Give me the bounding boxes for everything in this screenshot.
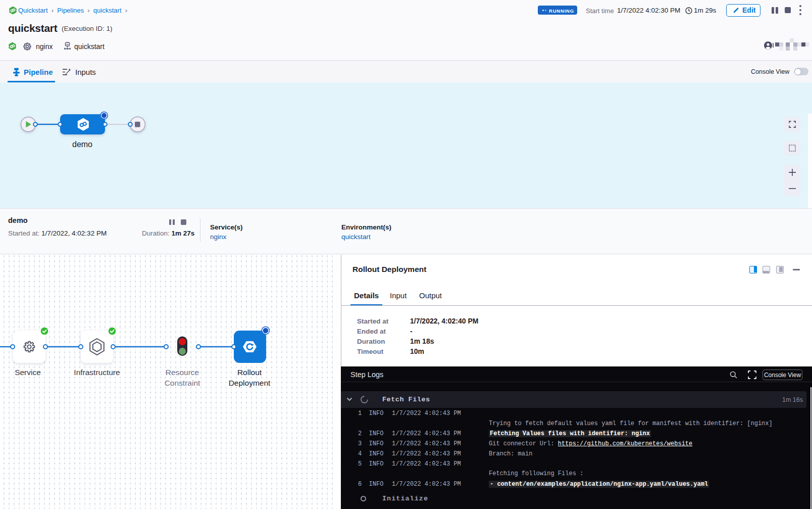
svg-text:Deployment: Deployment [229, 379, 271, 387]
svg-text:Resource: Resource [166, 368, 199, 377]
svg-text:demo: demo [72, 140, 92, 149]
svg-text:Constraint: Constraint [165, 379, 200, 387]
svg-text:Service: Service [15, 368, 41, 377]
svg-text:Rollout: Rollout [237, 368, 262, 377]
svg-text:Infrastructure: Infrastructure [74, 368, 120, 377]
